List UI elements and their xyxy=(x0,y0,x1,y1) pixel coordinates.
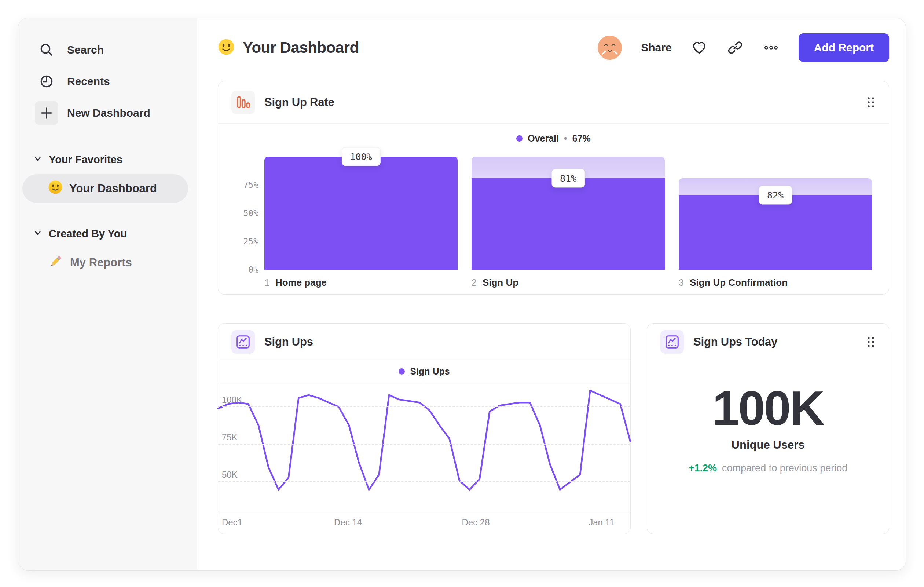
drag-handle-icon[interactable] xyxy=(866,335,876,349)
link-icon[interactable] xyxy=(727,39,744,56)
app-window: Search Recents New Dashboard Your Favori… xyxy=(18,18,906,571)
step-name: Sign Up xyxy=(483,277,518,288)
line-y-tick: 100K xyxy=(222,395,243,405)
line-x-tick: Jan 11 xyxy=(589,517,614,527)
funnel-bar-sign-up[interactable]: 81% xyxy=(472,157,665,270)
signups-today-card: Sign Ups Today 100K Unique Users +1.2% c… xyxy=(647,323,889,534)
main-content: Your Dashboard Share Add Report xyxy=(197,18,906,570)
card-title: Sign Ups Today xyxy=(693,335,777,349)
section-label: Created By You xyxy=(49,228,127,240)
step-number: 1 xyxy=(264,277,269,288)
sidebar-item-label: Search xyxy=(67,44,104,56)
legend-dot xyxy=(399,368,405,375)
metric-delta-row: +1.2% compared to previous period xyxy=(689,463,848,474)
share-button[interactable]: Share xyxy=(641,41,672,54)
legend-value: 67% xyxy=(573,133,591,144)
plus-icon xyxy=(35,101,58,125)
sidebar-item-my-reports[interactable]: My Reports xyxy=(22,248,188,277)
sidebar-item-search[interactable]: Search xyxy=(18,34,197,66)
sidebar-section-your-favorites[interactable]: Your Favorites xyxy=(18,149,197,170)
funnel-chart: 75%50%25%0%100%81%82% xyxy=(264,157,872,270)
step-name: Home page xyxy=(276,277,327,288)
line-chart-icon xyxy=(231,330,255,354)
step-name: Sign Up Confirmation xyxy=(690,277,788,288)
heart-icon[interactable] xyxy=(691,39,708,56)
funnel-solid-segment xyxy=(472,178,665,270)
sidebar-item-your-dashboard[interactable]: Your Dashboard xyxy=(22,174,188,203)
step-number: 2 xyxy=(472,277,477,288)
funnel-step-label: 1Home page xyxy=(264,277,458,288)
signups-series-line xyxy=(218,391,630,490)
metric-delta: +1.2% xyxy=(689,463,717,474)
sidebar-item-label: Your Dashboard xyxy=(69,182,157,195)
gridline xyxy=(218,481,630,482)
sidebar: Search Recents New Dashboard Your Favori… xyxy=(18,18,197,570)
signups-card: Sign Ups Sign Ups 100K75K50K Dec1Dec 14D… xyxy=(218,323,631,534)
legend-label: Overall xyxy=(528,133,559,144)
gridline xyxy=(218,444,630,445)
line-y-tick: 50K xyxy=(222,470,238,480)
funnel-bar-home-page[interactable]: 100% xyxy=(264,157,458,270)
funnel-legend[interactable]: Overall • 67% xyxy=(218,129,889,147)
sidebar-item-label: New Dashboard xyxy=(67,107,150,119)
funnel-percent-badge: 82% xyxy=(759,186,792,204)
card-title: Sign Up Rate xyxy=(264,96,334,109)
legend-label: Sign Ups xyxy=(410,366,450,377)
line-y-tick: 75K xyxy=(222,432,238,442)
smiley-emoji xyxy=(218,38,235,57)
search-icon xyxy=(35,38,58,62)
page-title: Your Dashboard xyxy=(243,39,359,56)
sidebar-item-label: Recents xyxy=(67,75,110,88)
sidebar-item-new-dashboard[interactable]: New Dashboard xyxy=(18,97,197,129)
line-x-tick: Dec 14 xyxy=(334,517,362,527)
sidebar-item-recents[interactable]: Recents xyxy=(18,66,197,97)
smiley-emoji xyxy=(48,180,63,197)
signups-line-chart[interactable]: 100K75K50K xyxy=(218,383,630,511)
metric-label: Unique Users xyxy=(731,438,805,451)
funnel-percent-badge: 81% xyxy=(551,169,585,187)
funnel-step-labels: 1Home page2Sign Up3Sign Up Confirmation xyxy=(264,277,872,288)
drag-handle-icon[interactable] xyxy=(866,95,876,110)
sidebar-section-created-by-you[interactable]: Created By You xyxy=(18,223,197,245)
legend-dot xyxy=(516,136,523,142)
page-header: Your Dashboard Share Add Report xyxy=(218,32,889,63)
metric-delta-note: compared to previous period xyxy=(722,463,847,474)
line-x-axis: Dec1Dec 14Dec 28Jan 11 xyxy=(218,511,630,533)
funnel-solid-segment xyxy=(679,195,872,270)
bar-chart-icon xyxy=(231,91,255,114)
funnel-y-tick: 0% xyxy=(236,265,259,274)
gridline xyxy=(218,407,630,407)
line-legend[interactable]: Sign Ups xyxy=(218,360,630,383)
metric-value: 100K xyxy=(713,382,824,435)
pencil-emoji xyxy=(48,253,63,272)
legend-separator: • xyxy=(564,133,567,144)
step-number: 3 xyxy=(679,277,684,288)
add-report-button[interactable]: Add Report xyxy=(799,33,889,62)
funnel-step-label: 2Sign Up xyxy=(472,277,665,288)
line-x-tick: Dec 28 xyxy=(462,517,490,527)
funnel-y-tick: 25% xyxy=(236,236,259,246)
funnel-solid-segment xyxy=(264,157,458,270)
chevron-down-icon xyxy=(33,228,42,240)
funnel-bar-sign-up-confirmation[interactable]: 82% xyxy=(679,157,872,270)
signup-rate-card: Sign Up Rate Overall • 67% 75%50%25%0%10… xyxy=(218,81,889,294)
line-x-tick: Dec1 xyxy=(222,517,243,527)
funnel-percent-badge: 100% xyxy=(342,147,380,166)
card-title: Sign Ups xyxy=(264,335,313,349)
signups-line-svg xyxy=(218,383,630,511)
funnel-y-tick: 50% xyxy=(236,208,259,218)
section-label: Your Favorites xyxy=(49,154,122,166)
sidebar-item-label: My Reports xyxy=(70,256,132,269)
user-avatar[interactable] xyxy=(598,36,622,60)
funnel-y-tick: 75% xyxy=(236,180,259,190)
line-chart-icon xyxy=(660,330,684,354)
clock-icon xyxy=(35,70,58,93)
chevron-down-icon xyxy=(33,154,42,166)
funnel-step-label: 3Sign Up Confirmation xyxy=(679,277,872,288)
more-dots-icon[interactable] xyxy=(763,39,780,56)
